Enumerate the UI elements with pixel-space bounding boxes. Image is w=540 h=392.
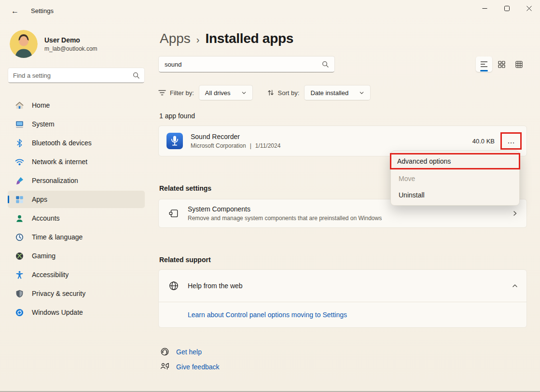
filter-icon (158, 89, 166, 96)
app-context-menu: Advanced options Move Uninstall (390, 151, 520, 206)
sort-icon (267, 89, 274, 96)
sidebar-item-home[interactable]: Home (8, 97, 145, 114)
related-support-card: Help from the web Learn about Control pa… (158, 269, 527, 328)
sort-value: Date installed (310, 89, 348, 97)
app-search-input[interactable] (165, 61, 322, 68)
sidebar-item-gaming[interactable]: Gaming (8, 247, 145, 265)
sidebar-item-label: Personalization (32, 177, 78, 184)
sidebar-search-box[interactable] (8, 68, 145, 83)
avatar (10, 30, 38, 58)
network-icon (14, 157, 24, 167)
user-info: User Demo m_lab@outlook.com (44, 36, 97, 52)
sidebar-item-label: Network & internet (32, 158, 87, 166)
sidebar-search-input[interactable] (13, 72, 133, 79)
sidebar-item-windows-update[interactable]: Windows Update (8, 304, 145, 321)
menu-item-label: Uninstall (399, 191, 425, 199)
system-components-icon (168, 208, 179, 219)
sidebar-item-label: Apps (32, 196, 47, 203)
sort-label: Sort by: (278, 89, 300, 97)
help-from-web-row[interactable]: Help from the web (159, 270, 526, 302)
sidebar-item-accounts[interactable]: Accounts (8, 210, 145, 227)
maximize-button[interactable] (496, 0, 518, 16)
table-view-button[interactable] (511, 56, 527, 72)
chevron-down-icon (359, 90, 364, 96)
bluetooth-icon (14, 138, 24, 148)
app-info: Sound Recorder Microsoft Corporation | 1… (191, 133, 280, 149)
breadcrumb-apps[interactable]: Apps (160, 31, 191, 46)
breadcrumb-separator-icon: › (196, 34, 200, 45)
time-language-icon (14, 232, 24, 242)
close-button[interactable] (518, 0, 540, 16)
user-name: User Demo (44, 36, 97, 44)
search-icon (322, 61, 329, 68)
breadcrumb: Apps › Installed apps (158, 29, 527, 48)
search-icon (133, 72, 139, 79)
more-options-button[interactable]: … (502, 134, 520, 148)
chevron-right-icon (512, 210, 518, 216)
system-icon (14, 119, 24, 129)
list-view-icon (480, 61, 488, 68)
sidebar-item-network-internet[interactable]: Network & internet (8, 153, 145, 170)
apps-icon (14, 195, 24, 204)
sort-dropdown[interactable]: Date installed (304, 85, 371, 100)
app-name: Sound Recorder (191, 133, 280, 140)
chevron-down-icon (241, 90, 247, 96)
back-button[interactable]: ← (7, 4, 23, 18)
window-title: Settings (31, 4, 54, 18)
related-support-heading: Related support (158, 256, 527, 264)
sidebar-item-time-language[interactable]: Time & language (8, 228, 145, 246)
windows-update-icon (14, 308, 24, 317)
give-feedback-link[interactable]: Give feedback (176, 363, 220, 371)
filter-label: Filter by: (170, 89, 194, 97)
sidebar-item-apps[interactable]: Apps (8, 191, 145, 208)
window-controls (473, 0, 540, 16)
menu-item-advanced-options[interactable]: Advanced options (390, 153, 520, 169)
sidebar-item-privacy-security[interactable]: Privacy & security (8, 285, 145, 302)
accounts-icon (14, 213, 24, 223)
filter-sort-toolbar: Filter by: All drives Sort by: Date inst… (158, 85, 527, 100)
get-help-row: Get help (158, 344, 527, 359)
card-description: Remove and manage system components that… (188, 215, 382, 222)
page-title: Installed apps (206, 31, 294, 46)
sidebar-item-label: Gaming (32, 252, 55, 260)
sidebar-item-bluetooth-devices[interactable]: Bluetooth & devices (8, 134, 145, 152)
chevron-up-icon (512, 283, 518, 289)
menu-item-uninstall[interactable]: Uninstall (393, 187, 517, 203)
get-help-link[interactable]: Get help (176, 348, 202, 356)
get-help-icon (160, 347, 169, 356)
support-link-row: Learn about Control panel options moving… (159, 302, 526, 327)
app-meta: Microsoft Corporation | 1/11/2024 (191, 142, 280, 149)
app-install-date: 1/11/2024 (255, 142, 281, 149)
menu-item-label: Move (399, 175, 415, 182)
gaming-icon (14, 251, 24, 261)
globe-icon (168, 280, 179, 291)
titlebar: ← Settings (0, 0, 540, 24)
app-size: 40.0 KB (472, 138, 495, 145)
user-account-block[interactable]: User Demo m_lab@outlook.com (8, 27, 145, 68)
list-view-button[interactable] (476, 56, 492, 72)
sidebar-item-personalization[interactable]: Personalization (8, 172, 145, 189)
give-feedback-icon (160, 362, 169, 371)
sidebar-nav: Home System Bluetooth & devices (8, 97, 145, 321)
app-search-box[interactable] (158, 56, 335, 72)
menu-item-move: Move (393, 170, 517, 187)
grid-view-button[interactable] (493, 56, 510, 72)
red-annotation-box-more-button: … (500, 132, 522, 150)
settings-window: ← Settings (0, 0, 540, 392)
accessibility-icon (14, 270, 24, 280)
sidebar-item-label: Home (32, 101, 50, 109)
user-email: m_lab@outlook.com (44, 45, 97, 52)
filter-dropdown[interactable]: All drives (199, 85, 253, 100)
search-toolbar (158, 56, 527, 72)
control-panel-options-link[interactable]: Learn about Control panel options moving… (188, 311, 347, 319)
sidebar-item-accessibility[interactable]: Accessibility (8, 266, 145, 283)
minimize-button[interactable] (473, 0, 496, 16)
app-publisher: Microsoft Corporation (191, 142, 246, 149)
sidebar-item-label: Time & language (32, 233, 83, 241)
home-icon (14, 100, 24, 110)
filter-value: All drives (205, 89, 231, 97)
privacy-shield-icon (14, 289, 24, 298)
grid-view-icon (498, 61, 505, 68)
sidebar-item-system[interactable]: System (8, 115, 145, 133)
card-title: Help from the web (188, 282, 243, 290)
